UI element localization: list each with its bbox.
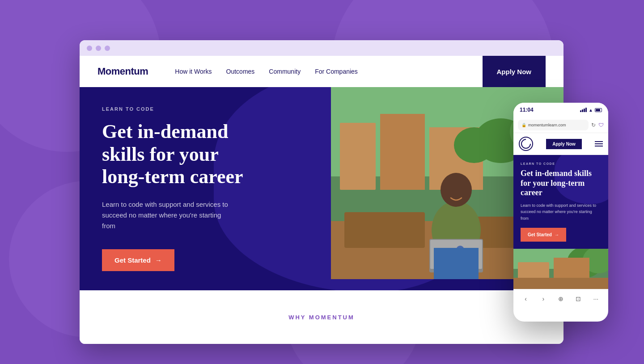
svg-rect-9 [344, 212, 425, 248]
nav-logo: Momentum [97, 66, 148, 77]
browser-chrome [80, 40, 564, 56]
mobile-apply-button[interactable]: Apply Now [546, 139, 582, 149]
mobile-cta-button[interactable]: Get Started → [521, 228, 566, 242]
mobile-logo [519, 137, 533, 151]
mobile-hero: LEARN TO CODE Get in-demand skills for y… [513, 155, 608, 249]
mobile-cta-label: Get Started [528, 232, 552, 237]
mobile-url-text: momentumlearn.com [528, 123, 566, 127]
shield-icon: 🛡 [598, 122, 604, 128]
nav-link-how-it-works[interactable]: How it Works [175, 68, 212, 75]
svg-rect-24 [513, 278, 608, 289]
traffic-light-red [87, 46, 92, 51]
mobile-cta-arrow: → [555, 232, 559, 237]
mobile-browser-bar: 🔒 momentumlearn.com ↻ 🛡 [513, 117, 608, 133]
svg-point-7 [454, 127, 494, 163]
wifi-icon: ▲ [589, 108, 593, 113]
signal-3 [584, 109, 585, 112]
svg-rect-2 [340, 123, 376, 190]
nav-link-community[interactable]: Community [269, 68, 301, 75]
mobile-time: 11:04 [520, 107, 534, 113]
mobile-navbar: Apply Now [513, 133, 608, 155]
mobile-status-icons: ▲ [580, 108, 602, 113]
signal-1 [580, 110, 581, 112]
nav-link-outcomes[interactable]: Outcomes [226, 68, 255, 75]
traffic-light-yellow [96, 46, 101, 51]
svg-rect-17 [434, 248, 479, 279]
mobile-logo-inner [519, 137, 533, 151]
mobile-photo-svg [513, 249, 608, 289]
menu-bar-1 [595, 141, 603, 142]
mobile-bottom-bar: ‹ › ⊕ ⊡ ··· [513, 289, 608, 309]
lock-icon: 🔒 [521, 123, 526, 127]
why-section: WHY MOMENTUM [80, 290, 564, 344]
hero-cta-label: Get Started [114, 256, 151, 264]
hero-eyebrow: LEARN TO CODE [102, 106, 245, 112]
hero-cta-arrow: → [155, 256, 162, 264]
mobile-more-button[interactable]: ··· [589, 292, 602, 305]
mobile-back-button[interactable]: ‹ [519, 292, 533, 305]
nav-link-for-companies[interactable]: For Companies [315, 68, 358, 75]
mobile-tabs-button[interactable]: ⊡ [572, 292, 585, 305]
website-content: Momentum How it Works Outcomes Community… [80, 56, 564, 344]
svg-rect-3 [380, 114, 425, 190]
nav-links: How it Works Outcomes Community For Comp… [175, 68, 482, 75]
why-title: WHY MOMENTUM [288, 314, 355, 321]
traffic-light-green [105, 46, 110, 51]
mobile-statusbar: 11:04 ▲ [513, 103, 608, 117]
menu-bar-2 [595, 143, 603, 144]
hero-title: Get in-demand skills for your long-term … [102, 121, 245, 188]
mobile-eyebrow: LEARN TO CODE [521, 162, 601, 165]
menu-bar-3 [595, 146, 603, 146]
svg-point-12 [441, 173, 472, 207]
browser-window: Momentum How it Works Outcomes Community… [80, 40, 564, 344]
mobile-url-bar[interactable]: 🔒 momentumlearn.com [518, 120, 589, 130]
signal-4 [585, 108, 587, 112]
mobile-menu-button[interactable] [595, 141, 603, 146]
navbar: Momentum How it Works Outcomes Community… [80, 56, 564, 87]
battery-fill [596, 109, 600, 111]
mobile-share-button[interactable]: ⊕ [554, 292, 568, 305]
nav-apply-button[interactable]: Apply Now [483, 56, 546, 87]
hero-section: LEARN TO CODE Get in-demand skills for y… [80, 87, 564, 290]
mobile-title: Get in-demand skills for your long-term … [521, 169, 601, 198]
reload-icon[interactable]: ↻ [591, 122, 596, 128]
mobile-overlay: 11:04 ▲ 🔒 momentumlearn.com ↻ 🛡 Apply [513, 103, 608, 322]
mobile-hero-image [513, 249, 608, 289]
hero-subtitle: Learn to code with support and services … [102, 199, 236, 231]
hero-cta-button[interactable]: Get Started → [102, 249, 174, 271]
battery-icon [595, 108, 602, 112]
hero-content: LEARN TO CODE Get in-demand skills for y… [80, 87, 267, 290]
mobile-subtitle: Learn to code with support and services … [521, 202, 601, 222]
mobile-forward-button[interactable]: › [537, 292, 550, 305]
signal-2 [582, 109, 583, 112]
